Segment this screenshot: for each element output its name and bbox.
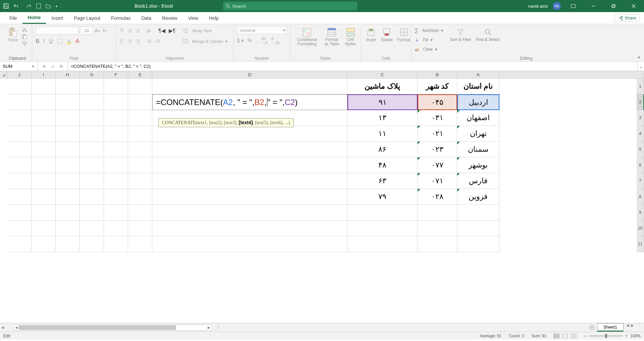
cell-I3[interactable] (32, 110, 56, 126)
tab-page-layout[interactable]: Page Layout (68, 12, 106, 24)
share-button[interactable]: Share (614, 14, 640, 22)
cell-C7[interactable]: ۶۳ (347, 173, 418, 189)
cell-B3[interactable]: ۰۳۱ (418, 110, 457, 126)
cell-A11[interactable] (457, 236, 499, 252)
cell-A10[interactable] (457, 221, 499, 236)
cell-D7[interactable] (152, 173, 347, 189)
zoom-control[interactable]: − + 100% (584, 334, 641, 338)
col-header-G[interactable]: G (80, 71, 104, 79)
tab-data[interactable]: Data (136, 12, 157, 24)
cell-I10[interactable] (32, 221, 56, 236)
conditional-formatting-button[interactable]: Conditional Formatting (294, 26, 320, 47)
row-header-2[interactable]: 2 (637, 94, 644, 110)
number-format-select[interactable]: General (237, 26, 287, 34)
cell-C2[interactable]: ۹۱ (347, 94, 418, 110)
align-left-icon[interactable] (119, 39, 124, 44)
col-header-D[interactable]: D (152, 71, 347, 79)
wrap-text-button[interactable]: Wrap Text (182, 26, 228, 35)
zoom-out-icon[interactable]: − (584, 334, 586, 338)
cell-A3[interactable]: اصفهان (457, 110, 499, 126)
increase-font-icon[interactable]: A▲ (95, 28, 101, 34)
cell-J5[interactable] (7, 142, 32, 157)
increase-decimal-icon[interactable]: .00→.0 (261, 37, 267, 45)
search-input[interactable] (232, 4, 355, 9)
cell-J6[interactable] (7, 157, 32, 173)
decrease-font-icon[interactable]: A▼ (102, 28, 108, 34)
cell-C9[interactable] (347, 205, 418, 221)
cell-B1[interactable]: کد شهر (418, 79, 457, 94)
cell-H2[interactable] (56, 94, 80, 110)
view-switcher[interactable] (554, 334, 577, 338)
cell-F9[interactable] (104, 205, 128, 221)
cell-G3[interactable] (80, 110, 104, 126)
scroll-left-icon[interactable]: ◀ (0, 326, 5, 329)
cell-I9[interactable] (32, 205, 56, 221)
col-header-I[interactable]: I (32, 71, 56, 79)
cell-E10[interactable] (128, 221, 152, 236)
cell-D4[interactable] (152, 126, 347, 142)
cell-E6[interactable] (128, 157, 152, 173)
cell-G4[interactable] (80, 126, 104, 142)
undo-icon[interactable] (13, 4, 20, 8)
paste-button[interactable]: Paste (6, 26, 19, 43)
hscroll-thumb[interactable] (18, 325, 176, 330)
cell-J2[interactable] (7, 94, 32, 110)
cell-H5[interactable] (56, 142, 80, 157)
formula-input[interactable]: =CONCATENATE(A2, " = ", B2, " = ", C2) (68, 62, 637, 71)
page-break-view-icon[interactable] (571, 334, 577, 338)
row-header-11[interactable]: 11 (637, 236, 644, 252)
zoom-in-icon[interactable]: + (625, 334, 628, 338)
cell-E8[interactable] (128, 189, 152, 205)
tab-review[interactable]: Review (157, 12, 183, 24)
cell-H1[interactable] (56, 79, 80, 94)
italic-button[interactable]: I (44, 38, 45, 44)
ltr-icon[interactable]: ▶¶ (169, 28, 176, 34)
merge-center-button[interactable]: Merge & Center ▾ (182, 37, 228, 46)
font-color-icon[interactable]: A (76, 38, 79, 44)
search-box[interactable] (223, 2, 357, 10)
fill-button[interactable]: Fill ▾ (415, 36, 443, 44)
cell-H9[interactable] (56, 205, 80, 221)
find-select-button[interactable]: Find & Select (475, 26, 501, 43)
cell-I2[interactable] (32, 94, 56, 110)
expand-formula-bar-icon[interactable]: ⌄ (637, 62, 644, 71)
cell-A8[interactable]: قزوین (457, 189, 499, 205)
cell-B10[interactable] (418, 221, 457, 236)
cell-G9[interactable] (80, 205, 104, 221)
cell-B7[interactable]: ۰۷۱ (418, 173, 457, 189)
cell-D10[interactable] (152, 221, 347, 236)
copy-icon[interactable] (21, 34, 28, 40)
cell-H4[interactable] (56, 126, 80, 142)
cell-F4[interactable] (104, 126, 128, 142)
underline-button[interactable]: U (49, 38, 53, 44)
new-sheet-button[interactable] (587, 323, 597, 332)
cancel-formula-icon[interactable]: ✕ (42, 64, 46, 69)
fx-icon[interactable]: fx (60, 64, 63, 69)
align-right-icon[interactable] (136, 39, 140, 44)
page-layout-view-icon[interactable] (562, 334, 568, 338)
cell-C6[interactable]: ۴۸ (347, 157, 418, 173)
cell-B9[interactable] (418, 205, 457, 221)
normal-view-icon[interactable] (554, 334, 559, 338)
tab-formulas[interactable]: Formulas (106, 12, 136, 24)
font-name-select[interactable] (36, 27, 78, 35)
save-icon[interactable] (3, 3, 9, 9)
cell-I7[interactable] (32, 173, 56, 189)
decrease-indent-icon[interactable] (146, 39, 152, 44)
delete-cells-button[interactable]: Delete (380, 26, 394, 43)
zoom-level[interactable]: 100% (630, 334, 641, 338)
cell-D2[interactable]: =CONCATENATE(A2, " = ", B2, " = ", C2) (152, 94, 347, 110)
cell-B4[interactable]: ۰۲۱ (418, 126, 457, 142)
cell-J10[interactable] (7, 221, 32, 236)
cell-A2[interactable]: اردبیل (457, 94, 499, 110)
orientation-icon[interactable]: ab (146, 28, 152, 33)
zoom-slider[interactable] (589, 335, 623, 337)
format-painter-icon[interactable] (21, 41, 28, 47)
cell-I11[interactable] (32, 236, 56, 252)
cell-F11[interactable] (104, 236, 128, 252)
row-header-7[interactable]: 7 (637, 173, 644, 189)
cell-E1[interactable] (128, 79, 152, 94)
cell-H3[interactable] (56, 110, 80, 126)
cell-D6[interactable] (152, 157, 347, 173)
redo-icon[interactable] (25, 4, 32, 8)
